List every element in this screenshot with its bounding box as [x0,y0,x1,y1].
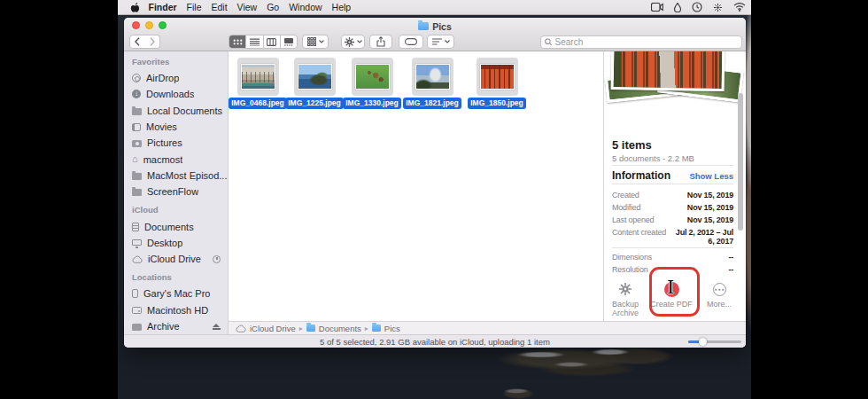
share-button[interactable] [369,35,392,49]
forward-button[interactable] [144,35,160,49]
status-bar: 5 of 5 selected, 2.91 GB available on iC… [124,334,746,348]
path-bar: iCloud Drive ▸ Documents ▸ Pics [229,321,746,334]
sidebar-item-macmost-episodes[interactable]: MacMost Episod... [124,168,228,184]
folder-icon [372,325,381,332]
sort-button[interactable] [427,35,454,49]
hard-disk-icon [132,307,142,314]
sidebar-item-pictures[interactable]: Pictures [124,135,228,151]
downloads-icon: ↓ [132,90,141,98]
sidebar-item-movies[interactable]: Movies [124,119,228,135]
menu-finder[interactable]: Finder [143,2,182,12]
apple-menu-icon[interactable] [130,2,140,13]
sidebar-item-downloads[interactable]: ↓Downloads [124,86,228,102]
sidebar-item-macmost[interactable]: ⌂macmost [124,151,228,167]
gallery-view-button[interactable] [281,35,297,48]
ibeam-cursor: I [667,277,674,298]
path-segment-icloud-drive[interactable]: iCloud Drive [236,324,296,333]
accessibility-icon[interactable] [713,3,723,12]
tags-button[interactable] [399,35,423,49]
back-button[interactable] [129,35,145,49]
file-img-1850[interactable]: IMG_1850.jpeg [469,58,525,109]
toolbar [124,33,746,51]
file-thumbnail [355,64,390,90]
desktop-icon [132,239,142,246]
sidebar-item-garys-mac-pro[interactable]: Gary's Mac Pro [124,286,228,301]
movies-icon [132,123,141,131]
sidebar-item-screenflow[interactable]: ScreenFlow [124,184,228,200]
folder-icon [132,173,142,180]
file-thumbnail [415,64,450,90]
menu-view[interactable]: View [232,2,262,12]
selection-summary: 5 documents - 2.2 MB [612,153,733,163]
folder-icon [132,189,142,196]
sidebar-item-archive[interactable]: Archive [124,318,228,334]
airdrop-icon [132,74,141,82]
sidebar-item-airdrop[interactable]: AirDrop [124,70,228,86]
info-row-modified: ModifiedNov 15, 2019 [612,203,733,212]
action-menu-button[interactable] [341,35,365,49]
search-input[interactable] [555,37,738,47]
sync-progress-icon [213,255,221,263]
list-view-button[interactable] [246,35,263,48]
items-count: 5 items [612,138,733,152]
chevron-down-icon [445,40,450,43]
letterboxed-frame: Finder File Edit View Go Window Help Pic… [0,0,868,399]
info-row-last-opened: Last openedNov 15, 2019 [612,215,733,224]
menu-file[interactable]: File [182,2,206,12]
drop-icon[interactable] [674,3,681,12]
menu-edit[interactable]: Edit [206,2,232,12]
sidebar-section-icloud: iCloud [124,200,228,218]
sidebar: Favorites AirDrop ↓Downloads Local Docum… [124,51,229,334]
file-img-1225[interactable]: IMG_1225.jpeg [286,58,343,109]
folder-icon [306,325,315,332]
file-name: IMG_1821.jpeg [403,98,461,109]
menu-go[interactable]: Go [262,2,284,12]
sidebar-item-desktop[interactable]: Desktop [124,235,228,251]
menu-bar: Finder File Edit View Go Window Help [118,0,751,15]
highlight-annotation [649,267,700,317]
window-title: Pics [124,20,746,32]
column-view-button[interactable] [264,35,281,48]
document-icon [132,223,139,231]
sidebar-item-local-documents[interactable]: Local Documents [124,103,228,119]
folder-icon [418,22,429,30]
sidebar-section-locations: Locations [124,267,228,286]
more-actions-button[interactable]: ●●● More... [696,281,742,309]
search-field[interactable] [540,35,742,49]
menu-help[interactable]: Help [327,2,356,12]
group-button[interactable] [302,35,329,49]
file-thumbnail [480,64,515,90]
screen-recording-icon[interactable] [651,3,663,12]
camera-icon [132,140,142,147]
sidebar-item-documents[interactable]: Documents [124,218,228,234]
show-less-link[interactable]: Show Less [689,171,733,181]
gear-icon [619,283,632,295]
wifi-icon[interactable] [733,3,746,12]
file-thumbnail [298,64,332,90]
icon-size-slider[interactable] [688,340,741,343]
backup-archive-button[interactable]: Backup Archive [603,281,648,318]
sidebar-item-icloud-drive[interactable]: iCloud Drive [124,251,228,267]
file-grid[interactable]: IMG_0468.jpeg IMG_1225.jpeg IMG_1330.jpe… [229,51,603,321]
file-img-1821[interactable]: IMG_1821.jpeg [404,58,461,109]
info-row-dimensions: Dimensions-- [612,253,733,262]
eject-icon[interactable] [213,324,221,330]
menu-window[interactable]: Window [284,2,327,12]
sidebar-item-macintosh-hd[interactable]: Macintosh HD [124,302,228,318]
time-machine-icon[interactable] [692,2,702,12]
path-segment-documents[interactable]: Documents [306,324,361,333]
info-row-created: CreatedNov 15, 2019 [612,191,733,200]
path-segment-pics[interactable]: Pics [372,324,400,333]
icon-view-button[interactable] [229,35,246,48]
file-img-0468[interactable]: IMG_0468.jpeg [229,58,286,109]
cloud-icon [236,325,246,332]
sidebar-section-favorites: Favorites [124,53,228,70]
title-bar[interactable]: Pics [124,18,746,51]
more-icon: ●●● [713,283,726,296]
file-img-1330[interactable]: IMG_1330.jpeg [344,58,400,109]
preview-scrollbar[interactable] [738,93,743,231]
file-name: IMG_0468.jpeg [229,98,287,109]
desktop: Finder File Edit View Go Window Help Pic… [118,0,751,399]
file-thumbnail [241,64,275,90]
file-name: IMG_1330.jpeg [343,98,401,109]
